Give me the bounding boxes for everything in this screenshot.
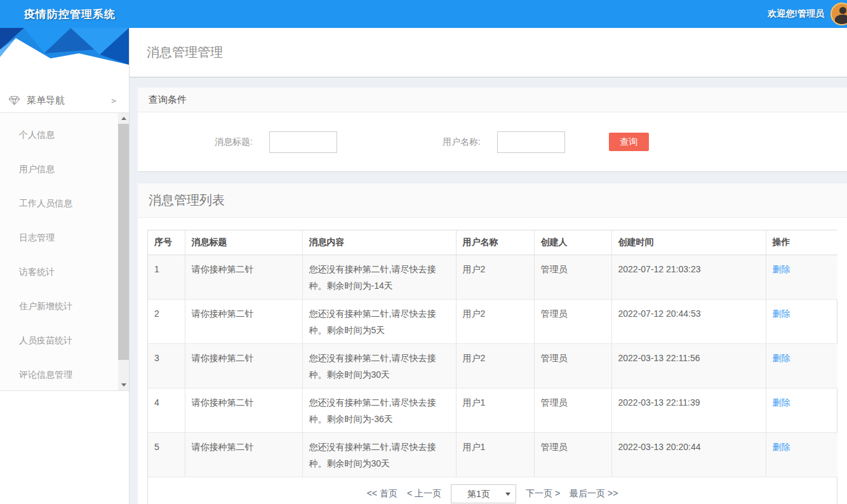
cell-creator: 管理员 (534, 343, 611, 388)
page-select[interactable]: 第1页 (451, 484, 516, 503)
query-button[interactable]: 查询 (609, 133, 649, 151)
list-section-title: 消息管理列表 (149, 192, 225, 209)
list-section-header: 消息管理列表 (138, 183, 847, 218)
scroll-up-arrow-icon[interactable] (118, 113, 129, 124)
cell-index: 2 (148, 299, 185, 343)
cell-creator: 管理员 (534, 432, 611, 477)
table-row: 3请你接种第二针您还没有接种第二针,请尽快去接种。剩余时间为30天用户2管理员2… (148, 343, 837, 388)
sidebar: 菜单导航 > 个人信息用户信息工作人员信息日志管理访客统计住户新增统计人员疫苗统… (0, 28, 130, 504)
cell-content: 您还没有接种第二针,请尽快去接种。剩余时间为5天 (302, 299, 456, 343)
user-name-input[interactable] (497, 131, 565, 153)
cell-index: 1 (148, 255, 185, 299)
cell-created: 2022-03-13 22:11:39 (611, 388, 766, 432)
query-form: 消息标题: 用户名称: 查询 (138, 112, 847, 172)
user-avatar (830, 3, 847, 25)
diamond-icon (8, 96, 20, 105)
cell-action: 删除 (766, 255, 837, 299)
sidebar-menu-container: 个人信息用户信息工作人员信息日志管理访客统计住户新增统计人员疫苗统计评论信息管理 (0, 113, 129, 391)
delete-link[interactable]: 删除 (773, 353, 790, 363)
table-row: 1请你接种第二针您还没有接种第二针,请尽快去接种。剩余时间为-14天用户2管理员… (148, 255, 837, 299)
sidebar-item[interactable]: 评论信息管理 (0, 358, 129, 391)
menu-nav-header[interactable]: 菜单导航 > (0, 89, 129, 113)
prev-page-link[interactable]: < 上一页 (407, 488, 441, 500)
first-page-link[interactable]: << 首页 (367, 488, 397, 500)
query-panel: 查询条件 消息标题: 用户名称: 查询 (138, 88, 847, 172)
cell-action: 删除 (766, 343, 837, 388)
cell-user: 用户1 (456, 388, 534, 432)
column-header: 创建时间 (611, 230, 766, 255)
column-header: 用户名称 (456, 230, 534, 255)
page-title-bar: 消息管理管理 (130, 28, 847, 77)
cell-content: 您还没有接种第二针,请尽快去接种。剩余时间为-14天 (302, 255, 456, 299)
cell-created: 2022-03-13 20:20:44 (611, 432, 766, 477)
cell-action: 删除 (766, 432, 837, 477)
app-title: 疫情防控管理系统 (24, 7, 116, 22)
cell-title: 请你接种第二针 (185, 343, 302, 388)
list-panel: 消息管理列表 序号消息标题消息内容用户名称创建人创建时间操作 (138, 183, 847, 504)
cell-user: 用户2 (456, 255, 534, 299)
cell-content: 您还没有接种第二针,请尽快去接种。剩余时间为-36天 (302, 388, 456, 432)
next-page-link[interactable]: 下一页 > (526, 488, 560, 500)
message-table-body: 1请你接种第二针您还没有接种第二针,请尽快去接种。剩余时间为-14天用户2管理员… (148, 255, 837, 477)
delete-link[interactable]: 删除 (773, 264, 790, 274)
message-table: 序号消息标题消息内容用户名称创建人创建时间操作 1请你接种第二针您还没有接种第二… (148, 230, 837, 477)
cell-creator: 管理员 (534, 299, 611, 343)
table-row: 2请你接种第二针您还没有接种第二针,请尽快去接种。剩余时间为5天用户2管理员20… (148, 299, 837, 343)
menu-nav-label: 菜单导航 (27, 95, 111, 107)
main-content: 消息管理管理 查询条件 消息标题: 用户名称: 查询 消息管理列表 (130, 28, 847, 504)
delete-link[interactable]: 删除 (773, 397, 790, 408)
sidebar-item[interactable]: 住户新增统计 (0, 289, 129, 324)
cell-title: 请你接种第二针 (185, 432, 302, 477)
sidebar-banner-image (0, 28, 129, 70)
avatar-torso-shape (835, 15, 847, 25)
cell-index: 3 (148, 343, 185, 388)
scroll-down-arrow-icon[interactable] (118, 380, 129, 390)
column-header: 操作 (766, 230, 837, 255)
sidebar-item[interactable]: 人员疫苗统计 (0, 324, 129, 358)
column-header: 消息标题 (185, 230, 302, 255)
last-page-link[interactable]: 最后一页 >> (570, 488, 618, 500)
sidebar-item[interactable]: 访客统计 (0, 255, 129, 289)
cell-creator: 管理员 (534, 255, 611, 299)
table-row: 4请你接种第二针您还没有接种第二针,请尽快去接种。剩余时间为-36天用户1管理员… (148, 388, 837, 432)
pagination: << 首页 < 上一页 第1页 下一页 > 最后一页 >> (148, 477, 837, 504)
cell-created: 2022-03-13 22:11:56 (611, 343, 766, 388)
column-header: 消息内容 (302, 230, 456, 255)
sidebar-item[interactable]: 日志管理 (0, 221, 129, 255)
cell-user: 用户1 (456, 432, 534, 477)
page-title: 消息管理管理 (147, 44, 223, 61)
cell-index: 4 (148, 388, 185, 432)
cell-index: 5 (148, 432, 185, 477)
cell-action: 删除 (766, 299, 837, 343)
delete-link[interactable]: 删除 (773, 442, 790, 452)
sidebar-menu: 个人信息用户信息工作人员信息日志管理访客统计住户新增统计人员疫苗统计评论信息管理 (0, 113, 129, 391)
cell-created: 2022-07-12 20:44:53 (611, 299, 766, 343)
sidebar-item[interactable]: 用户信息 (0, 152, 129, 187)
scrollbar-thumb[interactable] (118, 124, 129, 360)
column-header: 序号 (148, 230, 185, 255)
page-select-wrap: 第1页 (451, 484, 516, 503)
cell-created: 2022-07-12 21:03:23 (611, 255, 766, 299)
cell-title: 请你接种第二针 (185, 388, 302, 432)
message-title-input[interactable] (269, 131, 337, 153)
message-title-label: 消息标题: (215, 136, 253, 148)
user-name-label: 用户名称: (443, 136, 481, 148)
top-bar: 疫情防控管理系统 欢迎您!管理员 (0, 0, 847, 28)
cell-creator: 管理员 (534, 388, 611, 432)
cell-title: 请你接种第二针 (185, 255, 302, 299)
cell-title: 请你接种第二针 (185, 299, 302, 343)
table-row: 5请你接种第二针您还没有接种第二针,请尽快去接种。剩余时间为30天用户1管理员2… (148, 432, 837, 477)
table-header-row: 序号消息标题消息内容用户名称创建人创建时间操作 (148, 230, 837, 255)
cell-user: 用户2 (456, 299, 534, 343)
cell-content: 您还没有接种第二针,请尽快去接种。剩余时间为30天 (302, 343, 456, 388)
sidebar-item[interactable]: 个人信息 (0, 118, 129, 152)
query-section-header: 查询条件 (138, 88, 847, 112)
sidebar-item[interactable]: 工作人员信息 (0, 187, 129, 221)
delete-link[interactable]: 删除 (773, 308, 790, 319)
sidebar-scrollbar[interactable] (118, 113, 129, 390)
cell-action: 删除 (766, 388, 837, 432)
cell-user: 用户2 (456, 343, 534, 388)
welcome-text: 欢迎您!管理员 (768, 8, 824, 20)
cell-content: 您还没有接种第二针,请尽快去接种。剩余时间为30天 (302, 432, 456, 477)
chevron-right-icon: > (111, 96, 116, 105)
